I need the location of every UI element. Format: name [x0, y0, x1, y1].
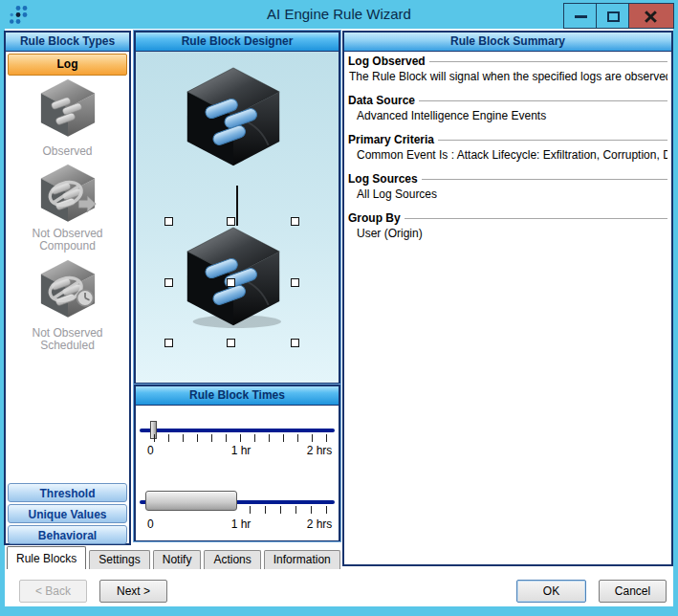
unique-values-type-button[interactable]: Unique Values	[8, 504, 127, 523]
section-title: Primary Criteria	[348, 133, 434, 146]
next-button[interactable]: Next >	[99, 580, 167, 603]
designer-canvas[interactable]	[136, 52, 339, 383]
times-canvas: 0 1 hr 2 hrs 0 1 hr 2 hrs	[136, 406, 339, 540]
section-rule-line	[438, 140, 667, 141]
minimize-icon	[575, 15, 587, 18]
wizard-tab-strip: Rule Blocks Settings Notify Actions Info…	[7, 546, 343, 569]
summary-section-data-source: Data Source Advanced Intelligence Engine…	[348, 94, 667, 122]
section-rule-line	[419, 100, 667, 101]
selection-handle-s[interactable]	[227, 339, 235, 347]
range-tick-0: 0	[147, 517, 154, 531]
behavioral-type-button[interactable]: Behavioral	[8, 525, 127, 544]
selection-handle-w[interactable]	[164, 278, 173, 287]
tab-information[interactable]: Information	[264, 550, 340, 569]
section-rule-line	[429, 61, 667, 62]
section-body: Advanced Intelligence Engine Events	[348, 109, 667, 122]
log-observed-cube-icon[interactable]	[6, 78, 129, 143]
summary-body: Log Observed The Rule Block will signal …	[344, 52, 671, 251]
observed-slider-ticks	[154, 434, 329, 442]
selection-handle-n[interactable]	[227, 217, 235, 226]
section-body: The Rule Block will signal when the spec…	[348, 70, 667, 83]
observed-time-slider-track[interactable]	[140, 429, 335, 432]
summary-section-primary-criteria: Primary Criteria Common Event Is : Attac…	[348, 133, 667, 162]
selection-handle-e[interactable]	[291, 278, 299, 287]
rule-block-summary-panel: Rule Block Summary Log Observed The Rule…	[342, 31, 673, 566]
selection-handle-center[interactable]	[227, 278, 235, 287]
cancel-button[interactable]: Cancel	[599, 580, 667, 603]
block-connector-line	[236, 186, 238, 226]
rule-block-types-header: Rule Block Types	[6, 33, 129, 52]
selection-handle-se[interactable]	[291, 339, 299, 347]
rule-block-types-panel: Rule Block Types Log Observed	[4, 31, 131, 545]
tab-settings[interactable]: Settings	[89, 550, 149, 569]
summary-section-log-observed: Log Observed The Rule Block will signal …	[348, 55, 667, 83]
section-rule-line	[422, 179, 667, 180]
selection-handle-nw[interactable]	[164, 217, 173, 226]
tab-notify[interactable]: Notify	[153, 550, 202, 569]
not-observed-compound-label: Not Observed Compound	[11, 228, 123, 253]
rule-block-designer-panel: Rule Block Designer	[134, 31, 340, 384]
maximize-icon	[607, 11, 620, 22]
range-slider-ticks	[250, 506, 328, 514]
rule-block-summary-header: Rule Block Summary	[344, 33, 671, 52]
selection-handle-sw[interactable]	[164, 339, 173, 347]
rule-block-cube-upper[interactable]	[178, 66, 289, 169]
window-controls	[564, 3, 674, 29]
selection-handle-ne[interactable]	[291, 217, 299, 226]
section-title: Data Source	[348, 94, 415, 107]
section-body: All Log Sources	[348, 187, 667, 201]
back-button[interactable]: < Back	[19, 580, 87, 603]
summary-section-group-by: Group By User (Origin)	[348, 211, 667, 240]
log-not-observed-scheduled-cube-icon[interactable]	[6, 259, 129, 323]
titlebar[interactable]: AI Engine Rule Wizard	[0, 0, 678, 29]
tab-rule-blocks[interactable]: Rule Blocks	[7, 546, 86, 569]
range-tick-2hrs: 2 hrs	[300, 517, 339, 531]
close-button[interactable]	[628, 3, 674, 29]
range-time-slider-bar[interactable]	[145, 491, 237, 511]
maximize-button[interactable]	[596, 3, 629, 29]
summary-section-log-sources: Log Sources All Log Sources	[348, 172, 667, 201]
observed-tick-1hr: 1 hr	[224, 444, 258, 457]
section-title: Group By	[348, 211, 401, 225]
section-title: Log Observed	[348, 55, 426, 68]
tab-actions[interactable]: Actions	[204, 550, 260, 569]
range-tick-1hr: 1 hr	[224, 517, 258, 531]
section-title: Log Sources	[348, 172, 418, 186]
not-observed-scheduled-label: Not Observed Scheduled	[11, 327, 123, 352]
log-type-button[interactable]: Log	[8, 54, 127, 76]
section-rule-line	[405, 218, 667, 219]
section-body: Common Event Is : Attack Lifecycle: Exfi…	[348, 148, 667, 162]
observed-tick-2hrs: 2 hrs	[300, 444, 339, 457]
section-body: User (Origin)	[348, 227, 667, 240]
observed-label: Observed	[11, 145, 123, 158]
rule-block-times-panel: Rule Block Times 0 1 hr 2 hrs 0 1 hr 2 h…	[134, 385, 340, 541]
threshold-type-button[interactable]: Threshold	[8, 483, 127, 502]
observed-tick-0: 0	[147, 444, 154, 457]
rule-block-cube-selected[interactable]	[178, 226, 289, 329]
rule-block-designer-header: Rule Block Designer	[136, 33, 339, 52]
log-not-observed-compound-cube-icon[interactable]	[6, 164, 129, 228]
minimize-button[interactable]	[563, 3, 597, 29]
ai-engine-rule-wizard-window: AI Engine Rule Wizard	[0, 0, 678, 616]
ok-button[interactable]: OK	[516, 580, 586, 603]
rule-block-times-header: Rule Block Times	[136, 386, 339, 406]
